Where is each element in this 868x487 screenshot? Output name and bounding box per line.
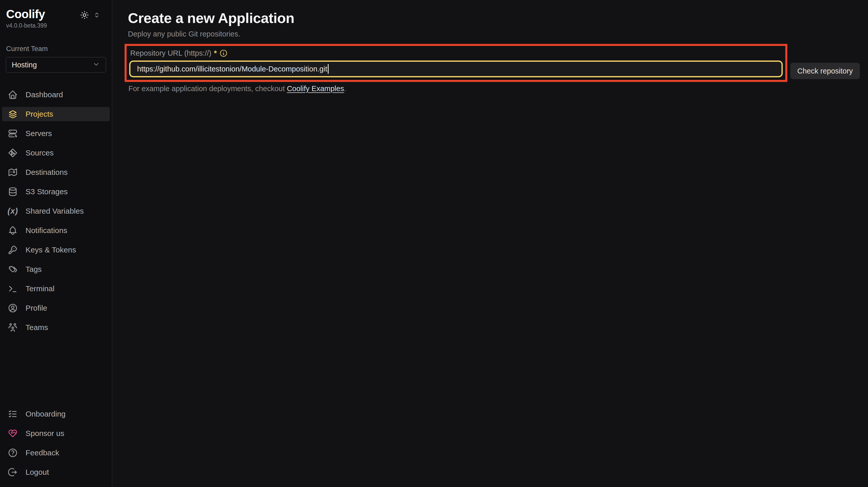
math-function-icon: (x) <box>8 206 18 216</box>
sidebar-item-teams[interactable]: Teams <box>2 320 110 335</box>
user-circle-icon <box>8 303 18 313</box>
git-icon <box>8 148 18 158</box>
repository-form-row: Repository URL (https://) * https://gith… <box>125 44 868 82</box>
logout-icon <box>8 467 18 477</box>
sidebar-item-label: Onboarding <box>26 410 66 418</box>
sidebar-item-servers[interactable]: Servers <box>2 126 110 141</box>
team-select-value: Hosting <box>12 61 37 69</box>
sidebar-item-label: Keys & Tokens <box>26 246 76 254</box>
coolify-examples-link[interactable]: Coolify Examples <box>287 85 344 93</box>
sidebar-item-label: Sources <box>26 149 54 157</box>
sidebar-item-label: Logout <box>26 468 49 477</box>
page-subtitle: Deploy any public Git repositories. <box>128 30 868 38</box>
required-marker: * <box>214 49 217 58</box>
brand-logo: Coolify <box>6 8 45 21</box>
sidebar-item-label: Dashboard <box>26 90 63 99</box>
sidebar-item-dashboard[interactable]: Dashboard <box>2 88 110 102</box>
sidebar-item-terminal[interactable]: Terminal <box>2 282 110 296</box>
sidebar: Coolify <box>0 0 112 487</box>
sidebar-item-projects[interactable]: Projects <box>2 107 110 121</box>
sidebar-item-label: Feedback <box>26 449 59 457</box>
chevron-down-icon <box>92 61 100 69</box>
version-selector-button[interactable] <box>93 11 101 20</box>
sidebar-item-label: Servers <box>26 129 52 138</box>
repository-url-input[interactable]: https://github.com/illicitestonion/Modul… <box>129 61 783 77</box>
sidebar-item-destinations[interactable]: Destinations <box>2 165 110 180</box>
selector-updown-icon <box>93 11 101 20</box>
server-icon <box>8 128 18 139</box>
sidebar-item-label: Profile <box>26 304 47 313</box>
current-team-block: Current Team Hosting <box>0 45 112 73</box>
sidebar-item-notifications[interactable]: Notifications <box>2 223 110 238</box>
sidebar-item-sponsor-us[interactable]: Sponsor us <box>2 426 110 441</box>
sidebar-item-label: Shared Variables <box>26 207 84 216</box>
repository-url-label: Repository URL (https://) <box>130 49 211 58</box>
helper-prefix: For example application deployments, che… <box>128 85 287 93</box>
sidebar-item-label: Projects <box>26 110 53 119</box>
bell-icon <box>8 225 18 236</box>
sidebar-item-profile[interactable]: Profile <box>2 301 110 315</box>
database-icon <box>8 187 18 197</box>
home-icon <box>8 90 18 100</box>
main-content: Create a new Application Deploy any publ… <box>112 0 868 487</box>
text-caret <box>328 64 329 74</box>
sidebar-item-label: Sponsor us <box>26 429 64 438</box>
sidebar-item-label: Teams <box>26 323 48 332</box>
info-circle-icon[interactable] <box>219 49 228 58</box>
repository-url-label-row: Repository URL (https://) * <box>128 49 784 58</box>
checklist-icon <box>8 409 18 419</box>
sidebar-item-label: Tags <box>26 265 41 273</box>
key-icon <box>8 245 18 255</box>
team-select-dropdown[interactable]: Hosting <box>6 57 106 73</box>
helper-suffix: . <box>344 85 346 93</box>
repository-url-value: https://github.com/illicitestonion/Modul… <box>137 65 327 73</box>
sidebar-item-tags[interactable]: Tags <box>2 262 110 277</box>
sidebar-item-label: Destinations <box>26 168 68 176</box>
sidebar-header: Coolify <box>0 0 112 29</box>
sidebar-item-shared-variables[interactable]: (x) Shared Variables <box>2 204 110 218</box>
current-team-label: Current Team <box>6 45 106 53</box>
sidebar-item-s3-storages[interactable]: S3 Storages <box>2 185 110 199</box>
sidebar-item-feedback[interactable]: Feedback <box>2 446 110 460</box>
map-icon <box>8 167 18 177</box>
theme-toggle-button[interactable] <box>80 10 89 21</box>
terminal-icon <box>8 284 18 294</box>
sidebar-item-label: Terminal <box>26 284 54 293</box>
sidebar-item-sources[interactable]: Sources <box>2 146 110 160</box>
users-group-icon <box>8 322 18 332</box>
annotation-highlight-box: Repository URL (https://) * https://gith… <box>125 44 787 82</box>
sidebar-item-label: S3 Storages <box>26 187 68 196</box>
sidebar-item-label: Notifications <box>26 226 67 235</box>
sidebar-item-keys-tokens[interactable]: Keys & Tokens <box>2 243 110 257</box>
helper-text: For example application deployments, che… <box>128 85 868 93</box>
help-circle-icon <box>8 448 18 458</box>
layers-icon <box>8 109 18 119</box>
page-title: Create a new Application <box>128 10 868 26</box>
sun-icon <box>80 10 89 21</box>
sidebar-nav: Dashboard Projects Servers <box>0 88 112 340</box>
heart-handshake-icon <box>8 428 18 439</box>
tags-icon <box>8 264 18 274</box>
sidebar-footer-nav: Onboarding Sponsor us Feedback <box>0 407 112 487</box>
check-repository-button[interactable]: Check repository <box>790 63 860 79</box>
sidebar-item-onboarding[interactable]: Onboarding <box>2 407 110 421</box>
app-version: v4.0.0-beta.399 <box>6 22 101 29</box>
sidebar-item-logout[interactable]: Logout <box>2 465 110 479</box>
